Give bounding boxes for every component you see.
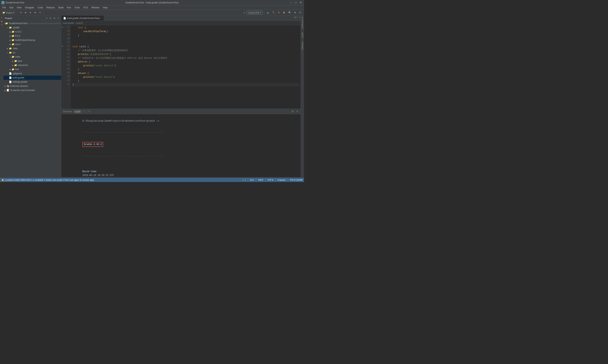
plugin-button[interactable]: 🔌 <box>298 11 303 14</box>
sidebar-sync-icon[interactable]: ⟳ <box>45 17 48 20</box>
sidebar-settings-icon[interactable]: ⚙ <box>53 17 56 20</box>
tree-item-test[interactable]: ▶ 📁 test <box>3 67 61 71</box>
sidebar-expand-icon[interactable]: ⊕ <box>49 17 52 20</box>
status-warning[interactable]: ⚠ 1 <box>242 179 246 181</box>
status-memory[interactable]: 729 of 1024M <box>290 179 302 181</box>
build-button[interactable]: 🔨 <box>271 11 276 14</box>
tree-item-gitignore[interactable]: ▶ 📄 .gitignore <box>3 71 61 76</box>
run-arrow-22[interactable]: ▶ <box>62 45 63 47</box>
tree-item-scratches[interactable]: ▶ 📝 Scratches and Consoles <box>3 88 61 92</box>
bookmark-icon[interactable]: 🔖 <box>0 20 3 23</box>
toolbar-back-btn[interactable]: ◁ <box>242 11 246 14</box>
rebuild-button[interactable]: ↻ <box>277 11 281 14</box>
minimize-button[interactable]: ─ <box>289 1 293 4</box>
toolbar: 📁 Project ▾ ⟳ ⊕ ⊖ ⚙ ✕ ◁ Current File ▾ ▶… <box>0 10 304 16</box>
expand-802[interactable]: ▶ <box>9 35 11 37</box>
status-line-ending[interactable]: CRLF <box>258 179 263 181</box>
expand-idea[interactable]: ▶ <box>6 48 9 50</box>
tree-item-java[interactable]: ▶ 📁 java <box>3 59 61 63</box>
structure-icon[interactable]: S <box>0 23 3 26</box>
gutter-23: 23 <box>61 48 71 52</box>
menu-file[interactable]: File <box>1 6 7 9</box>
expand-resources[interactable]: ▶ <box>12 64 14 66</box>
tab-close-buildgradle[interactable]: × <box>101 17 102 19</box>
tree-item-buildoutput[interactable]: ▶ 📁 buildOutputCleanup <box>3 38 61 42</box>
expand-4102[interactable]: ▶ <box>9 31 11 33</box>
terminal-chevron-btn[interactable]: ▾ <box>87 110 91 113</box>
tree-item-4102[interactable]: ▶ 📁 4.10.2 <box>3 30 61 34</box>
tree-item-vcs1[interactable]: ▶ 📁 vcs-1 <box>3 42 61 46</box>
tree-item-gradle-dir[interactable]: ▾ 📁 .gradle <box>3 26 61 30</box>
current-file-dropdown[interactable]: Current File ▾ <box>247 11 263 14</box>
menu-edit[interactable]: Edit <box>8 6 15 9</box>
tree-item-root[interactable]: ▾ 📁 GradleVersionTest D:\DingJiaxiong\Id… <box>3 21 61 26</box>
term-key-buildtime: Build time: <box>82 170 102 173</box>
right-tab-database[interactable]: Database <box>301 40 304 52</box>
run-arrow-17[interactable]: ▶ <box>62 26 63 28</box>
status-position[interactable]: 32:2 <box>250 179 254 181</box>
status-bar: 🔔 Localized IntelliJ IDEA 2023.1 is avai… <box>0 178 304 182</box>
expand-src[interactable]: ▾ <box>6 52 9 54</box>
tree-item-resources[interactable]: ▶ 📁 resources <box>3 63 61 67</box>
toolbar-sync-btn[interactable]: ⟳ <box>19 11 23 14</box>
tree-item-ext-libs[interactable]: ▶ 📚 External Libraries <box>3 84 61 88</box>
code-editor[interactable]: test { useJUnitPlatform() } task task1 {… <box>71 25 301 109</box>
toolbar-settings-btn[interactable]: ⚙ <box>33 11 37 14</box>
terminal-content[interactable]: D:\DingJiaxiong\IdeaProjects\GradleVersi… <box>61 114 301 177</box>
status-encoding[interactable]: UTF-8 <box>268 179 273 181</box>
expand-main[interactable]: ▾ <box>9 56 11 58</box>
expand-vcs1[interactable]: ▶ <box>9 43 11 45</box>
menu-build[interactable]: Build <box>57 6 65 9</box>
tree-item-buildgradle[interactable]: ▶ 📄 build.gradle <box>3 76 61 80</box>
maximize-button[interactable]: □ <box>294 1 298 4</box>
tree-item-main[interactable]: ▾ 📁 main <box>3 55 61 59</box>
menu-vcs[interactable]: VCS <box>82 6 90 9</box>
editor-content[interactable]: ▶ 17 18 19 20 21 ▶ 22 23 <box>61 25 301 109</box>
profile-button[interactable]: ⚡ <box>282 11 286 14</box>
toolbar-close-btn[interactable]: ✕ <box>38 11 42 14</box>
run-button[interactable]: ▶ <box>266 11 270 15</box>
status-indent[interactable]: 4 spaces <box>277 179 286 181</box>
project-view-icon[interactable]: P <box>0 16 3 19</box>
expand-gradle-dir[interactable]: ▾ <box>6 26 9 29</box>
terminal-close-btn[interactable]: ✕ <box>295 110 299 113</box>
terminal-add-btn[interactable]: + <box>82 110 87 113</box>
toolbar-expand-btn[interactable]: ⊕ <box>24 11 27 14</box>
terminal-settings-btn[interactable]: ⚙ <box>291 110 295 113</box>
tree-item-idea[interactable]: ▶ 📁 .idea <box>3 46 61 51</box>
sidebar-close-icon[interactable]: ✕ <box>57 17 60 20</box>
status-notification[interactable]: 🔔 Localized IntelliJ IDEA 2023.1 is avai… <box>1 179 94 181</box>
right-tab-notifications[interactable]: Notifications <box>301 16 304 30</box>
line-num-24: 24 <box>67 52 70 55</box>
right-tab-gradle[interactable]: Gradle <box>301 30 304 40</box>
menu-tools[interactable]: Tools <box>73 6 81 9</box>
window-controls[interactable]: ─ □ ✕ <box>289 1 302 4</box>
toolbar-collapse-btn[interactable]: ⊖ <box>28 11 32 14</box>
code-line-25: // 任务的行为：在(生命周期的)执行段段执行 doFirst 会在 doLas… <box>72 56 299 60</box>
line-num-30: 30 <box>67 75 70 78</box>
menu-help[interactable]: Help <box>101 6 109 9</box>
expand-ext-libs[interactable]: ▶ <box>4 85 6 87</box>
gutter-24: 24 <box>61 52 71 55</box>
menu-window[interactable]: Window <box>90 6 101 9</box>
tree-item-802[interactable]: ▶ 📁 8.0.2 <box>3 34 61 38</box>
project-dropdown[interactable]: 📁 Project ▾ <box>1 11 16 14</box>
menu-navigate[interactable]: Navigate <box>24 6 36 9</box>
settings-global-btn[interactable]: ⚙ <box>293 11 297 14</box>
folder-icon-gradle-dir: 📁 <box>9 26 12 29</box>
expand-java[interactable]: ▶ <box>12 60 14 62</box>
expand-scratches[interactable]: ▶ <box>4 89 6 91</box>
menu-view[interactable]: View <box>15 6 23 9</box>
search-button[interactable]: 🔍 <box>287 11 292 14</box>
expand-buildoutput[interactable]: ▶ <box>9 39 11 41</box>
menu-code[interactable]: Code <box>36 6 44 9</box>
tree-item-src[interactable]: ▾ 📁 src <box>3 51 61 55</box>
status-sep-1 <box>248 179 248 181</box>
tree-item-settingsgradle[interactable]: ▶ 📄 settings.gradle <box>3 80 61 84</box>
menu-run[interactable]: Run <box>65 6 73 9</box>
tab-build-gradle[interactable]: 📄 build.gradle (GradleVersionTest) × <box>61 16 104 21</box>
menu-refactor[interactable]: Refactor <box>45 6 56 9</box>
expand-test[interactable]: ▶ <box>9 68 11 70</box>
terminal-local-tab[interactable]: Local <box>73 110 82 113</box>
close-button[interactable]: ✕ <box>299 1 302 4</box>
